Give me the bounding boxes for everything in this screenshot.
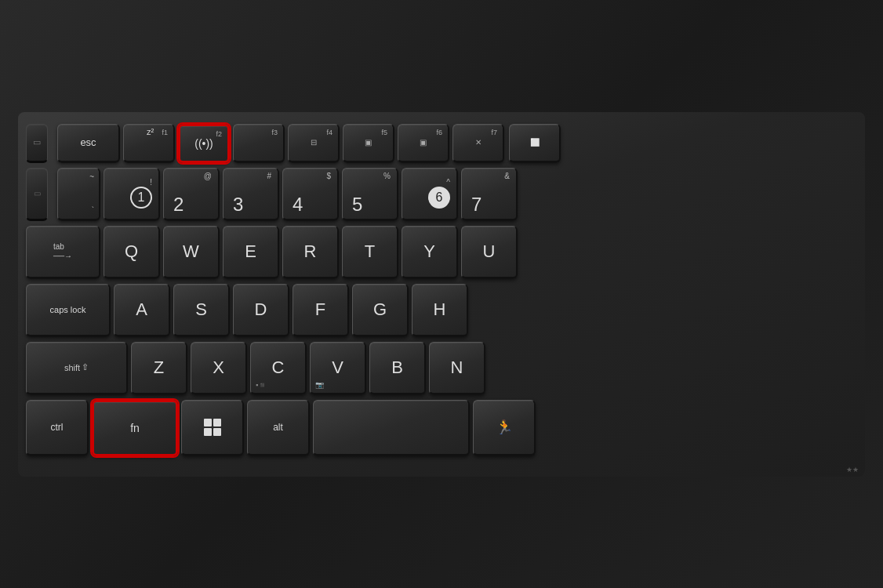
key-b-label: B: [391, 358, 403, 378]
key-1[interactable]: ! 1: [104, 168, 160, 221]
key-f-label: F: [315, 299, 325, 320]
tilde-bottom: `: [92, 206, 94, 215]
key-b[interactable]: B: [369, 342, 426, 395]
person-icon: 🏃: [496, 419, 513, 436]
asdf-key-row: caps lock A S D F G H: [26, 284, 857, 337]
key-alt[interactable]: alt: [247, 400, 310, 456]
qwerty-key-row: tab ──→ Q W E R T Y U: [26, 226, 857, 279]
key-f6[interactable]: f6 ▣: [398, 124, 449, 163]
key-tab[interactable]: tab ──→: [26, 226, 100, 279]
key-1-top: !: [150, 178, 152, 187]
key-f2-wireless[interactable]: ((•)) f2: [178, 124, 230, 163]
key-f8-area[interactable]: ⬜: [509, 124, 561, 163]
f6-icon: ▣: [420, 138, 427, 147]
key-f3[interactable]: f3: [233, 124, 285, 163]
key-g[interactable]: G: [352, 284, 409, 337]
key-4-top: $: [326, 172, 331, 180]
key-space[interactable]: [313, 400, 470, 456]
key-2[interactable]: @ 2: [163, 168, 220, 221]
key-1-circle: 1: [130, 187, 152, 209]
key-f7[interactable]: f7 ✕: [452, 124, 504, 163]
key-shift-left[interactable]: shift ⇧: [26, 342, 128, 395]
side-key-left: ▭: [26, 124, 48, 163]
v-sub-icon: 📷: [315, 381, 324, 389]
key-q[interactable]: Q: [104, 226, 160, 279]
ctrl-label: ctrl: [51, 422, 64, 433]
f1-fn-label: f1: [162, 129, 168, 136]
win-icon: [204, 419, 221, 436]
key-5[interactable]: % 5: [342, 168, 398, 221]
key-t[interactable]: T: [342, 226, 398, 279]
esc-label: esc: [80, 136, 96, 148]
fn-key-row: ▭ esc z² f1 ((•)) f2 f3: [26, 124, 857, 163]
key-y-label: Y: [423, 241, 435, 262]
key-3-main: 3: [230, 194, 243, 216]
key-n[interactable]: N: [429, 342, 485, 395]
key-f4[interactable]: f4 ⊟: [288, 124, 340, 163]
f6-fn-label: f6: [436, 129, 442, 136]
keyboard-body: ▭ esc z² f1 ((•)) f2 f3: [18, 112, 865, 477]
number-key-row: ▭ ~ ` ! 1 @ 2 # 3: [26, 168, 857, 221]
key-3[interactable]: # 3: [223, 168, 279, 221]
key-f[interactable]: F: [293, 284, 349, 337]
key-c[interactable]: C ▪◾: [250, 342, 307, 395]
key-5-main: 5: [349, 194, 362, 216]
key-a[interactable]: A: [114, 284, 170, 337]
key-person[interactable]: 🏃: [473, 400, 536, 456]
key-7-top: &: [504, 172, 510, 180]
key-r-label: R: [304, 241, 317, 262]
f4-fn-label: f4: [326, 129, 332, 136]
zxcv-key-row: shift ⇧ Z X C ▪◾ V 📷 B N: [26, 342, 857, 395]
key-w-label: W: [183, 241, 199, 262]
monitor-icon: ⬜: [530, 138, 540, 147]
key-2-main: 2: [170, 194, 184, 216]
f1-label: z²: [147, 127, 154, 136]
key-f1[interactable]: z² f1: [123, 124, 175, 163]
key-x[interactable]: X: [191, 342, 247, 395]
key-f5[interactable]: f5 ▣: [343, 124, 394, 163]
f7-icon: ✕: [475, 138, 481, 147]
shift-label: shift ⇧: [64, 362, 89, 372]
key-e-label: E: [245, 241, 256, 262]
key-s-label: S: [195, 299, 207, 320]
key-w[interactable]: W: [163, 226, 220, 279]
key-n-label: N: [451, 358, 463, 378]
key-z[interactable]: Z: [131, 342, 187, 395]
shift-text: shift: [64, 363, 80, 372]
watermark: ★★: [846, 466, 859, 474]
key-x-label: X: [213, 358, 224, 378]
tab-label: tab: [53, 242, 64, 251]
fn-label: fn: [130, 422, 140, 434]
key-u[interactable]: U: [461, 226, 518, 279]
alt-label: alt: [273, 422, 283, 433]
key-d[interactable]: D: [233, 284, 289, 337]
key-4-main: 4: [289, 194, 303, 216]
tab-arrow-right: ──→: [53, 252, 72, 260]
key-win[interactable]: [181, 400, 244, 456]
key-r[interactable]: R: [282, 226, 339, 279]
side-key-photo: ▭: [26, 168, 48, 221]
key-caps-lock[interactable]: caps lock: [26, 284, 111, 337]
key-tilde[interactable]: ~ `: [57, 168, 100, 221]
f5-icon: ▣: [365, 138, 372, 147]
key-z-label: Z: [154, 358, 164, 378]
key-esc[interactable]: esc: [57, 124, 120, 163]
wireless-icon: ((•)): [194, 137, 213, 150]
key-v[interactable]: V 📷: [310, 342, 366, 395]
tilde-top: ~: [89, 172, 94, 181]
key-h[interactable]: H: [412, 284, 468, 337]
key-q-label: Q: [125, 241, 138, 262]
key-4[interactable]: $ 4: [282, 168, 339, 221]
key-7[interactable]: & 7: [461, 168, 518, 221]
f2-fn-label: f2: [216, 130, 222, 138]
key-g-label: G: [373, 299, 387, 320]
key-y[interactable]: Y: [402, 226, 458, 279]
key-2-top: @: [204, 172, 212, 180]
key-ctrl[interactable]: ctrl: [26, 400, 89, 456]
tab-arrows: tab ──→: [53, 242, 72, 260]
f5-fn-label: f5: [381, 129, 387, 136]
key-fn[interactable]: fn: [92, 400, 178, 456]
key-s[interactable]: S: [173, 284, 230, 337]
key-e[interactable]: E: [223, 226, 279, 279]
key-6[interactable]: ^ 6: [402, 168, 458, 221]
